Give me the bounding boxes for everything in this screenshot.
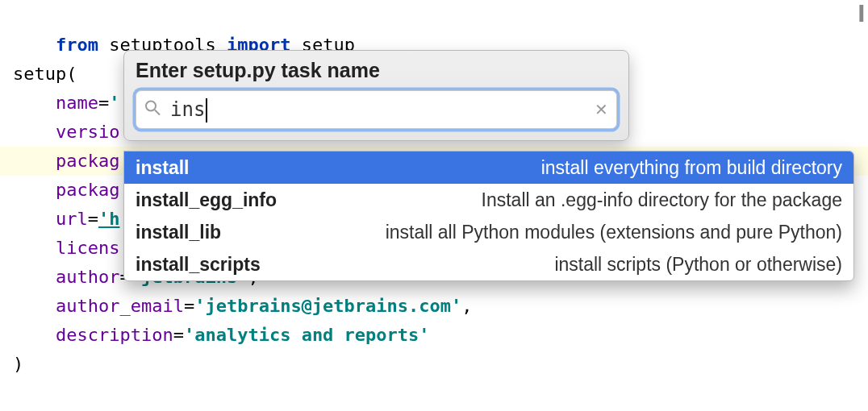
suggestion-desc: install scripts (Python or otherwise) [554,254,842,276]
code-line: description='analytics and reports' [0,321,868,350]
suggestion-name: install_scripts [136,254,261,276]
suggestion-item[interactable]: install_egg_info Install an .egg-info di… [124,184,853,216]
suggestion-desc: install everything from build directory [541,157,842,179]
task-popup: Enter setup.py task name ✕ [123,50,629,141]
suggestion-desc: Install an .egg-info directory for the p… [482,189,842,211]
clear-icon[interactable]: ✕ [595,100,608,119]
pause-icon: || [858,2,862,23]
suggestion-name: install_egg_info [136,189,277,211]
popup-title: Enter setup.py task name [136,59,617,82]
search-input[interactable] [169,98,584,122]
suggestion-item[interactable]: install install everything from build di… [124,152,853,184]
suggestion-name: install [136,157,189,179]
suggestion-name: install_lib [136,222,221,243]
suggestion-list: install install everything from build di… [123,151,854,281]
svg-line-1 [155,110,160,115]
suggestion-item[interactable]: install_lib install all Python modules (… [124,216,853,248]
search-field-wrap[interactable]: ✕ [136,90,617,129]
code-line: author_email='jetbrains@jetbrains.com', [0,292,868,321]
text-caret [206,98,207,122]
suggestion-desc: install all Python modules (extensions a… [386,222,842,243]
search-icon [144,100,161,120]
code-line: from setuptools import setup [0,2,868,31]
code-line: ) [0,350,868,379]
svg-point-0 [146,102,156,111]
suggestion-item[interactable]: install_scripts install scripts (Python … [124,248,853,280]
